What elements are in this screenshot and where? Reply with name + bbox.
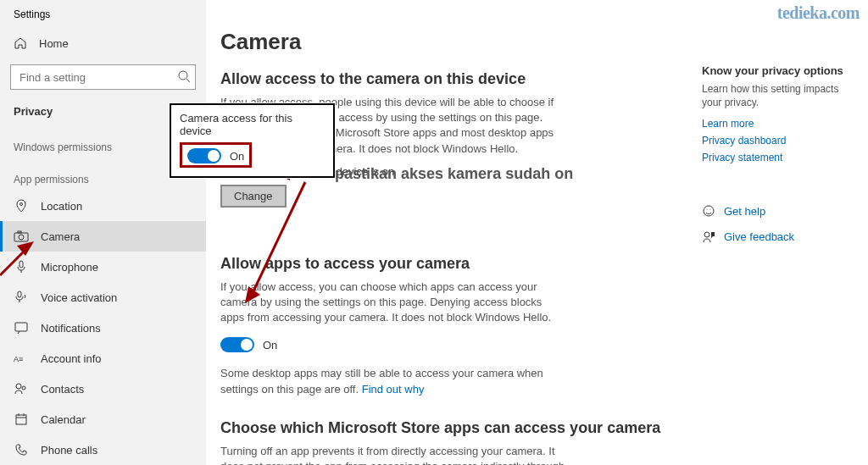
sidebar-right: Know your privacy options Learn how this… — [702, 64, 854, 252]
feedback-label: Give feedback — [724, 230, 794, 243]
privacy-options-text: Learn how this setting impacts your priv… — [702, 82, 854, 109]
link-privacy-dashboard[interactable]: Privacy dashboard — [702, 135, 854, 147]
svg-rect-5 — [18, 231, 21, 233]
svg-point-2 — [20, 203, 23, 206]
sidebar: Settings Home Privacy Windows permission… — [0, 0, 206, 465]
sidebar-item-voice[interactable]: Voice activation — [0, 282, 206, 313]
account-icon: A≡ — [14, 351, 29, 366]
search-input[interactable] — [10, 64, 196, 90]
notification-icon — [14, 320, 29, 335]
annotation-text: pastikan akses kamera sudah on — [335, 165, 573, 183]
svg-point-19 — [707, 209, 708, 210]
toggle-label: On — [263, 339, 277, 352]
svg-rect-14 — [16, 415, 26, 424]
section-description: Turning off an app prevents it from dire… — [220, 444, 568, 465]
sidebar-item-label: Microphone — [41, 261, 98, 274]
privacy-options-heading: Know your privacy options — [702, 64, 854, 77]
sidebar-item-label: Contacts — [41, 383, 84, 396]
svg-point-18 — [704, 206, 714, 216]
calendar-icon — [14, 412, 29, 427]
sidebar-item-label: Location — [41, 200, 82, 213]
sidebar-item-label: Phone calls — [41, 444, 97, 457]
callout-camera-access: Camera access for this device On — [170, 103, 335, 178]
give-feedback-link[interactable]: Give feedback — [702, 230, 854, 243]
sidebar-item-phone[interactable]: Phone calls — [0, 435, 206, 465]
sidebar-item-label: Calendar — [41, 413, 86, 426]
svg-marker-25 — [245, 286, 260, 303]
desktop-apps-note: Some desktop apps may still be able to a… — [220, 366, 568, 396]
phone-icon — [14, 442, 29, 457]
sidebar-item-calendar[interactable]: Calendar — [0, 404, 206, 435]
link-learn-more[interactable]: Learn more — [702, 118, 854, 130]
watermark: tedieka.com — [777, 3, 860, 23]
location-icon — [14, 198, 29, 213]
search-icon — [177, 69, 191, 83]
home-icon — [14, 36, 27, 50]
svg-line-24 — [252, 182, 305, 295]
section-heading: Allow access to the camera on this devic… — [220, 70, 678, 88]
arrow-to-toggle — [242, 178, 309, 305]
find-out-why-link[interactable]: Find out why — [362, 383, 425, 396]
callout-toggle-box: On — [180, 142, 252, 168]
callout-toggle-label: On — [230, 150, 244, 163]
contacts-icon — [14, 381, 29, 396]
sidebar-item-label: Account info — [41, 352, 102, 365]
feedback-icon — [702, 230, 715, 243]
sidebar-item-label: Notifications — [41, 322, 101, 335]
page-title: Camera — [220, 29, 678, 55]
svg-line-1 — [186, 79, 190, 82]
voice-icon — [14, 290, 29, 305]
callout-toggle[interactable] — [187, 148, 221, 163]
help-label: Get help — [724, 205, 765, 218]
nav-home-label: Home — [39, 37, 69, 50]
section-store-apps: Choose which Microsoft Store apps can ac… — [220, 419, 678, 465]
get-help-link[interactable]: Get help — [702, 204, 854, 218]
nav-home[interactable]: Home — [0, 29, 206, 58]
search-container — [10, 64, 196, 90]
svg-marker-27 — [17, 241, 34, 256]
link-privacy-statement[interactable]: Privacy statement — [702, 152, 854, 163]
arrow-to-camera-nav — [0, 237, 38, 280]
sidebar-item-notifications[interactable]: Notifications — [0, 313, 206, 343]
help-icon — [702, 204, 715, 218]
apps-access-toggle[interactable] — [220, 337, 254, 352]
window-title: Settings — [0, 5, 206, 29]
callout-title: Camera access for this device — [180, 112, 325, 137]
sidebar-item-location[interactable]: Location — [0, 191, 206, 221]
svg-point-21 — [704, 232, 709, 237]
svg-rect-8 — [18, 291, 21, 297]
sidebar-item-label: Voice activation — [41, 291, 117, 304]
svg-point-0 — [179, 71, 187, 80]
sidebar-item-account[interactable]: A≡ Account info — [0, 343, 206, 374]
svg-rect-10 — [15, 323, 27, 331]
svg-point-12 — [16, 384, 21, 389]
sidebar-item-label: Camera — [41, 230, 80, 243]
section-heading: Choose which Microsoft Store apps can ac… — [220, 419, 678, 437]
svg-point-20 — [710, 209, 711, 210]
sidebar-item-contacts[interactable]: Contacts — [0, 374, 206, 404]
svg-text:A≡: A≡ — [14, 355, 23, 363]
svg-point-13 — [22, 386, 25, 390]
